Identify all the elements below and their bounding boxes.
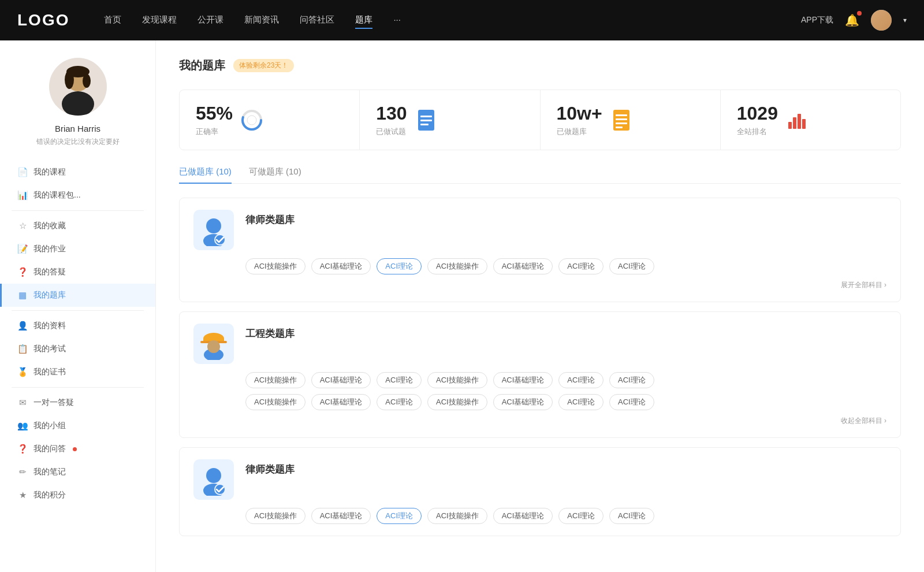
tag-3-6[interactable]: ACI理论 [558,508,603,524]
stat-rank: 1029 全站排名 [721,90,900,150]
tab-available[interactable]: 可做题库 (10) [249,166,301,183]
course-pkg-icon: 📊 [17,190,28,200]
tag-3-7[interactable]: ACI理论 [609,508,654,524]
notification-bell[interactable]: 🔔 [845,13,859,27]
tag-2-4[interactable]: ACI技能操作 [427,372,487,388]
stat-done-qbanks: 10w+ 已做题库 [541,90,721,150]
sidebar-item-group[interactable]: 👥 我的小组 [0,414,155,437]
tag-2-3[interactable]: ACI理论 [377,372,422,388]
sidebar-item-cert[interactable]: 🏅 我的证书 [0,361,155,384]
qbank-card-2: 工程类题库 ACI技能操作 ACI基础理论 ACI理论 ACI技能操作 ACI基… [179,311,901,438]
nav-home[interactable]: 首页 [104,12,121,29]
sidebar-item-1on1[interactable]: ✉ 一对一答疑 [0,391,155,414]
svg-rect-16 [616,122,627,124]
avatar[interactable] [871,10,892,31]
tag-1-3[interactable]: ACI理论 [377,258,422,274]
chevron-down-icon[interactable]: ▾ [903,16,907,24]
sidebar-item-favorites[interactable]: ☆ 我的收藏 [0,214,155,237]
nav-qbank[interactable]: 题库 [355,12,372,29]
rank-stat-icon [786,109,808,131]
tag-1-4[interactable]: ACI技能操作 [427,258,487,274]
tag-2-13[interactable]: ACI理论 [558,394,603,410]
qbank-tags-1: ACI技能操作 ACI基础理论 ACI理论 ACI技能操作 ACI基础理论 AC… [245,258,886,274]
tag-2-5[interactable]: ACI基础理论 [493,372,553,388]
lawyer-icon-3 [199,464,228,496]
tag-2-11[interactable]: ACI技能操作 [427,394,487,410]
sidebar-item-myqa[interactable]: ❓ 我的问答 [0,437,155,460]
svg-rect-14 [616,114,627,116]
nav-open[interactable]: 公开课 [198,12,223,29]
qbank-header-3: 律师类题库 [193,459,886,500]
tag-1-5[interactable]: ACI基础理论 [493,258,553,274]
sidebar-item-course[interactable]: 📄 我的课程 [0,161,155,184]
trial-badge: 体验剩余23天！ [233,59,294,72]
tag-2-6[interactable]: ACI理论 [558,372,603,388]
tag-2-8[interactable]: ACI技能操作 [245,394,305,410]
stat-value-questions: 130 已做试题 [376,103,407,137]
nav-qa[interactable]: 问答社区 [300,12,334,29]
svg-point-8 [247,116,256,125]
tag-1-6[interactable]: ACI理论 [558,258,603,274]
sidebar-item-questions[interactable]: ❓ 我的答疑 [0,261,155,284]
questions-icon: ❓ [17,267,28,277]
stat-label-accuracy: 正确率 [196,127,233,137]
expand-link-1[interactable]: 展开全部科目 › [193,280,886,290]
sidebar-item-points[interactable]: ★ 我的积分 [0,484,155,507]
points-icon: ★ [17,490,28,500]
tab-done[interactable]: 已做题库 (10) [179,166,232,183]
course-icon: 📄 [17,167,28,177]
qbank-tags-2-row2: ACI技能操作 ACI基础理论 ACI理论 ACI技能操作 ACI基础理论 AC… [245,394,886,410]
sidebar-item-exam[interactable]: 📋 我的考试 [0,337,155,361]
tag-2-1[interactable]: ACI技能操作 [245,372,305,388]
tag-1-1[interactable]: ACI技能操作 [245,258,305,274]
sidebar-menu: 📄 我的课程 📊 我的课程包... ☆ 我的收藏 📝 我的作业 ❓ 我的答疑 ▦ [0,161,155,507]
sidebar-divider-3 [12,387,144,388]
tag-2-14[interactable]: ACI理论 [609,394,654,410]
svg-rect-20 [798,114,801,129]
tag-3-5[interactable]: ACI基础理论 [493,508,553,524]
page-header: 我的题库 体验剩余23天！ [179,58,901,73]
nav-more[interactable]: ··· [393,12,401,29]
svg-rect-18 [788,122,792,129]
sidebar-item-notes[interactable]: ✏ 我的笔记 [0,460,155,484]
chart-icon [787,110,807,130]
sidebar-item-qbank[interactable]: ▦ 我的题库 [0,284,155,307]
stat-num-qbanks: 10w+ [557,103,602,124]
tag-2-2[interactable]: ACI基础理论 [311,372,371,388]
tag-3-1[interactable]: ACI技能操作 [245,508,305,524]
myqa-icon: ❓ [17,444,28,454]
sidebar-item-course-pkg[interactable]: 📊 我的课程包... [0,184,155,207]
tag-1-2[interactable]: ACI基础理论 [311,258,371,274]
tag-2-7[interactable]: ACI理论 [609,372,654,388]
page-title: 我的题库 [179,58,225,73]
nav-news[interactable]: 新闻资讯 [244,12,279,29]
tag-2-10[interactable]: ACI理论 [377,394,422,410]
collapse-link-2[interactable]: 收起全部科目 › [193,416,886,426]
nav-right: APP下载 🔔 ▾ [801,10,907,31]
qbank-title-1: 律师类题库 [245,210,295,226]
pie-chart-icon [241,109,263,131]
sidebar-item-homework[interactable]: 📝 我的作业 [0,237,155,261]
tag-2-12[interactable]: ACI基础理论 [493,394,553,410]
stat-value-qbanks: 10w+ 已做题库 [557,103,602,137]
qbank-icon: ▦ [17,290,28,300]
avatar-svg [49,58,107,116]
stat-label-questions: 已做试题 [376,127,407,137]
svg-point-1 [62,91,94,116]
stat-label-qbanks: 已做题库 [557,127,602,137]
cert-icon: 🏅 [17,367,28,377]
sidebar-label-course: 我的课程 [33,167,66,177]
tag-3-3[interactable]: ACI理论 [377,508,422,524]
qbank-tags-2-row1: ACI技能操作 ACI基础理论 ACI理论 ACI技能操作 ACI基础理论 AC… [245,372,886,388]
stat-num-accuracy: 55% [196,103,233,124]
svg-point-29 [207,340,220,353]
bell-icon: 🔔 [845,14,859,27]
tag-3-4[interactable]: ACI技能操作 [427,508,487,524]
sidebar-item-profile[interactable]: 👤 我的资料 [0,314,155,337]
app-download-link[interactable]: APP下载 [801,15,833,25]
tag-1-7[interactable]: ACI理论 [609,258,654,274]
qbank-card-3: 律师类题库 ACI技能操作 ACI基础理论 ACI理论 ACI技能操作 ACI基… [179,447,901,536]
nav-discover[interactable]: 发现课程 [142,12,177,29]
tag-2-9[interactable]: ACI基础理论 [311,394,371,410]
tag-3-2[interactable]: ACI基础理论 [311,508,371,524]
